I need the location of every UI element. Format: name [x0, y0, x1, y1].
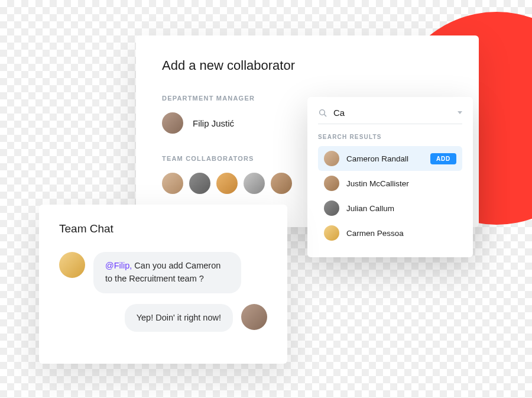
search-popover: Search Results Cameron Randall ADD Justi… [307, 97, 473, 257]
manager-name: Filip Justić [193, 118, 234, 128]
result-name: Carmen Pessoa [346, 229, 456, 238]
chat-message-row: @Filip, Can you add Cameron to the Recru… [59, 252, 267, 293]
avatar[interactable] [162, 173, 183, 194]
panel-title: Add a new collaborator [162, 58, 453, 73]
avatar[interactable] [271, 173, 292, 194]
chat-bubble: Yep! Doin' it right now! [125, 304, 233, 332]
result-name: Cameron Randall [346, 154, 423, 163]
search-field[interactable] [318, 108, 462, 124]
avatar [324, 200, 339, 216]
search-result-row[interactable]: Cameron Randall ADD [318, 146, 462, 171]
avatar[interactable] [189, 173, 210, 194]
result-name: Julian Callum [346, 204, 456, 213]
search-input[interactable] [333, 108, 452, 118]
chat-title: Team Chat [59, 222, 267, 235]
search-result-row[interactable]: Justin McCallister [318, 171, 462, 196]
avatar [59, 252, 85, 278]
avatar [324, 176, 339, 191]
avatar [241, 304, 267, 330]
result-name: Justin McCallister [346, 179, 456, 188]
avatar [162, 112, 183, 134]
avatar [324, 225, 339, 241]
search-results-label: Search Results [318, 134, 462, 140]
svg-point-0 [320, 109, 325, 115]
search-result-row[interactable]: Julian Callum [318, 196, 462, 221]
chat-message-row: Yep! Doin' it right now! [59, 304, 267, 332]
avatar[interactable] [244, 173, 265, 194]
avatar [324, 151, 339, 166]
mention[interactable]: @Filip, [105, 261, 132, 270]
search-icon [318, 108, 327, 118]
svg-line-1 [324, 114, 326, 117]
chat-bubble: @Filip, Can you add Cameron to the Recru… [93, 252, 241, 293]
search-result-row[interactable]: Carmen Pessoa [318, 221, 462, 245]
add-button[interactable]: ADD [430, 153, 456, 164]
chevron-down-icon[interactable] [458, 111, 462, 114]
avatar[interactable] [216, 173, 238, 194]
team-chat-panel: Team Chat @Filip, Can you add Cameron to… [39, 205, 287, 364]
